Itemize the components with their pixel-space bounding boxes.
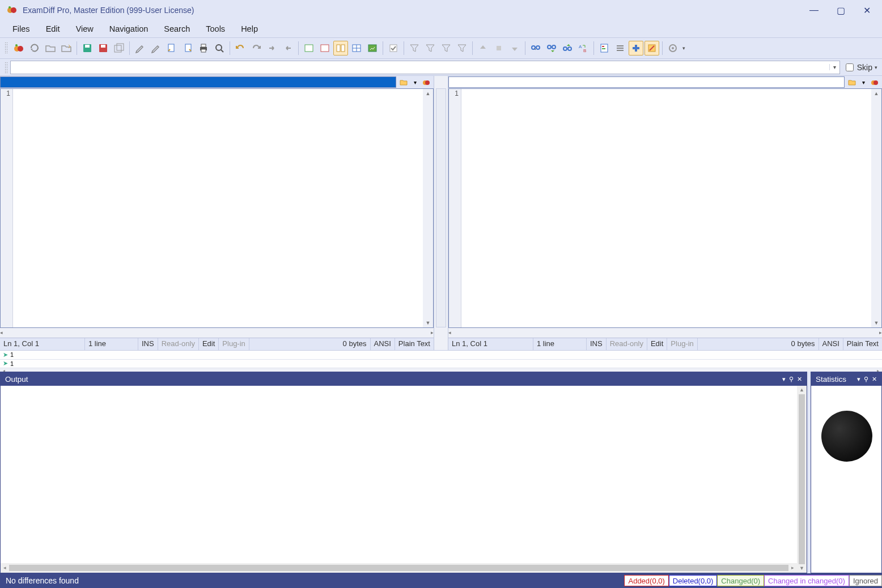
open-left-icon[interactable]	[43, 41, 58, 56]
right-compare-icon[interactable]	[870, 77, 880, 87]
plugin2-icon[interactable]	[644, 41, 659, 56]
minimap-row-1[interactable]: ➤ 1	[0, 351, 882, 360]
find-next-icon[interactable]	[544, 41, 559, 56]
output-vscroll[interactable]: ▲▼	[797, 386, 807, 573]
find-prev-icon[interactable]	[560, 41, 575, 56]
output-header: Output ▾ ⚲ ✕	[1, 372, 807, 386]
minimap-row-2[interactable]: ➤ 1	[0, 360, 882, 369]
statistics-pin-icon[interactable]: ⚲	[864, 376, 868, 383]
refresh-icon[interactable]	[27, 41, 42, 56]
right-pane: ▾ 1 ▲▼ ◂▸ Ln 1, Col 1 1 line INS Read-on…	[448, 76, 882, 350]
pane-divider[interactable]	[434, 76, 448, 350]
copy-left-icon[interactable]	[164, 41, 179, 56]
filter4-icon[interactable]	[455, 41, 469, 56]
statistics-dropdown-icon[interactable]: ▾	[857, 376, 860, 383]
nav-up-icon[interactable]	[476, 41, 490, 56]
edit-right-icon[interactable]	[149, 41, 163, 56]
output-pin-icon[interactable]: ⚲	[789, 376, 794, 383]
save-all-icon[interactable]	[112, 41, 126, 56]
close-button[interactable]: ✕	[863, 5, 871, 16]
minimap-arrow-icon: ➤	[0, 360, 10, 367]
right-dropdown-icon[interactable]: ▾	[858, 77, 868, 87]
copy-right-icon[interactable]	[180, 41, 195, 56]
menu-tools[interactable]: Tools	[198, 22, 233, 36]
panel-strip: Output ▾ ⚲ ✕ ▲▼ ◂▸ Statistics ▾ ⚲ ✕	[0, 372, 882, 573]
statistics-close-icon[interactable]: ✕	[872, 376, 877, 383]
right-filetype: Plain Text	[843, 338, 882, 350]
stat-ignored[interactable]: Ignored	[849, 575, 882, 586]
redo-icon[interactable]	[249, 41, 264, 56]
left-status: Ln 1, Col 1 1 line INS Read-only Edit Pl…	[0, 338, 434, 350]
replace-icon[interactable]: AB	[576, 41, 591, 56]
open-right-icon[interactable]	[59, 41, 74, 56]
nav-down-icon[interactable]	[507, 41, 522, 56]
svg-rect-16	[201, 49, 206, 52]
output-hscroll[interactable]: ◂▸	[1, 563, 797, 573]
plugin1-icon[interactable]	[629, 41, 643, 56]
merge-right-icon[interactable]	[265, 41, 279, 56]
skip-checkbox[interactable]: Skip	[846, 63, 872, 72]
output-body[interactable]: ▲▼ ◂▸	[1, 386, 807, 573]
options-dropdown-icon[interactable]: ▾	[681, 45, 685, 51]
right-vscroll[interactable]: ▲▼	[871, 89, 881, 327]
svg-rect-21	[341, 45, 345, 52]
undo-icon[interactable]	[233, 41, 248, 56]
compare-path-combo[interactable]: ▾	[10, 61, 840, 74]
layout-color-icon[interactable]	[365, 41, 380, 56]
align-icon[interactable]	[613, 41, 627, 56]
menu-edit[interactable]: Edit	[38, 22, 68, 36]
left-open-icon[interactable]	[398, 77, 409, 87]
right-editor[interactable]: 1 ▲▼	[448, 88, 882, 328]
diff-report-icon[interactable]	[597, 41, 612, 56]
stat-deleted[interactable]: Deleted(0,0)	[669, 575, 718, 586]
toolbar-grip[interactable]	[5, 42, 8, 54]
left-vscroll[interactable]: ▲▼	[423, 89, 433, 327]
save-icon[interactable]	[80, 41, 95, 56]
minimize-button[interactable]: —	[809, 5, 819, 16]
save-red-icon[interactable]	[96, 41, 111, 56]
menu-search[interactable]: Search	[156, 22, 198, 36]
menu-files[interactable]: Files	[5, 22, 38, 36]
filter2-icon[interactable]	[423, 41, 438, 56]
compare-icon[interactable]	[11, 41, 26, 56]
skip-dropdown-icon[interactable]: ▾	[875, 65, 877, 70]
layout-red-icon[interactable]	[317, 41, 332, 56]
right-lines: 1 line	[533, 338, 587, 350]
left-file-title[interactable]	[0, 76, 396, 88]
menu-navigation[interactable]: Navigation	[101, 22, 156, 36]
right-file-title[interactable]	[448, 76, 845, 88]
zoom-icon[interactable]	[212, 41, 227, 56]
skip-checkbox-input[interactable]	[846, 63, 854, 71]
stat-changed[interactable]: Changed(0)	[717, 575, 764, 586]
stat-added[interactable]: Added(0,0)	[624, 575, 668, 586]
layout-grid-icon[interactable]	[349, 41, 364, 56]
edit-left-icon[interactable]	[133, 41, 147, 56]
left-gutter: 1	[1, 89, 13, 327]
menu-view[interactable]: View	[68, 22, 101, 36]
left-dropdown-icon[interactable]: ▾	[410, 77, 420, 87]
maximize-button[interactable]: ▢	[837, 5, 845, 16]
layout-single-icon[interactable]	[302, 41, 316, 56]
find-icon[interactable]	[528, 41, 543, 56]
filter3-icon[interactable]	[439, 41, 453, 56]
svg-rect-9	[101, 45, 105, 48]
left-hscroll[interactable]: ◂▸	[0, 328, 434, 338]
left-editor[interactable]: 1 ▲▼	[0, 88, 434, 328]
check-icon[interactable]	[386, 41, 401, 56]
pathbar-grip[interactable]	[5, 62, 8, 73]
nav-current-icon[interactable]	[491, 41, 506, 56]
print-icon[interactable]	[196, 41, 211, 56]
left-compare-icon[interactable]	[421, 77, 431, 87]
options-icon[interactable]	[665, 41, 680, 56]
output-dropdown-icon[interactable]: ▾	[782, 376, 786, 383]
right-open-icon[interactable]	[847, 77, 857, 87]
output-close-icon[interactable]: ✕	[797, 376, 802, 383]
right-size: 0 bytes	[788, 338, 819, 350]
stat-changed-in-changed[interactable]: Changed in changed(0)	[764, 575, 849, 586]
combo-dropdown-icon[interactable]: ▾	[829, 64, 839, 70]
merge-left-icon[interactable]	[281, 41, 295, 56]
filter1-icon[interactable]	[407, 41, 422, 56]
layout-vertical-icon[interactable]	[333, 41, 348, 56]
right-hscroll[interactable]: ◂▸	[448, 328, 882, 338]
menu-help[interactable]: Help	[233, 22, 266, 36]
